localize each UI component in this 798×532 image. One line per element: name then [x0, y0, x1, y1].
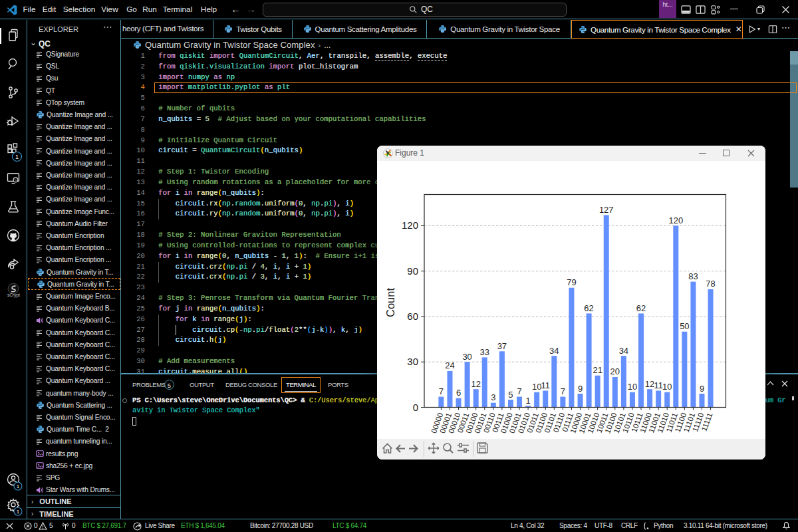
svg-text:30: 30 [407, 356, 418, 367]
svg-text:12: 12 [645, 379, 654, 389]
svg-text:127: 127 [599, 205, 614, 215]
svg-text:9: 9 [700, 384, 704, 394]
svg-text:1: 1 [17, 483, 20, 489]
svg-text:24: 24 [445, 360, 454, 370]
svg-text:Count: Count [384, 288, 396, 317]
svg-text:7: 7 [439, 386, 444, 396]
svg-text:1: 1 [15, 154, 19, 160]
svg-text:9: 9 [578, 384, 583, 394]
svg-text:62: 62 [584, 303, 593, 313]
svg-text:34: 34 [619, 346, 628, 356]
svg-text:11: 11 [654, 380, 663, 390]
svg-text:10: 10 [662, 382, 672, 392]
svg-text:37: 37 [497, 341, 507, 351]
svg-text:33: 33 [480, 347, 489, 357]
svg-text:7: 7 [517, 386, 521, 396]
svg-text:83: 83 [688, 271, 698, 281]
svg-text:11: 11 [541, 380, 550, 390]
svg-text:78: 78 [706, 279, 715, 289]
svg-text:10: 10 [628, 382, 637, 392]
svg-text:1: 1 [17, 509, 20, 515]
svg-text:20: 20 [610, 366, 620, 376]
svg-text:5: 5 [508, 390, 513, 400]
svg-text:34: 34 [549, 346, 559, 356]
svg-text:62: 62 [636, 303, 646, 313]
svg-text:79: 79 [567, 277, 576, 287]
svg-text:6: 6 [456, 388, 461, 398]
svg-text:30: 30 [462, 352, 471, 362]
svg-text:120: 120 [668, 215, 683, 225]
svg-text:1: 1 [525, 396, 530, 406]
svg-text:10: 10 [532, 382, 541, 392]
svg-text:120: 120 [402, 219, 418, 231]
svg-text:50: 50 [680, 321, 689, 331]
svg-text:0: 0 [413, 402, 418, 413]
svg-text:7: 7 [561, 386, 565, 396]
svg-text:21: 21 [593, 365, 602, 375]
svg-text:12: 12 [471, 379, 480, 389]
svg-text:90: 90 [407, 265, 418, 277]
svg-text:60: 60 [407, 311, 418, 322]
svg-text:3: 3 [491, 392, 495, 402]
